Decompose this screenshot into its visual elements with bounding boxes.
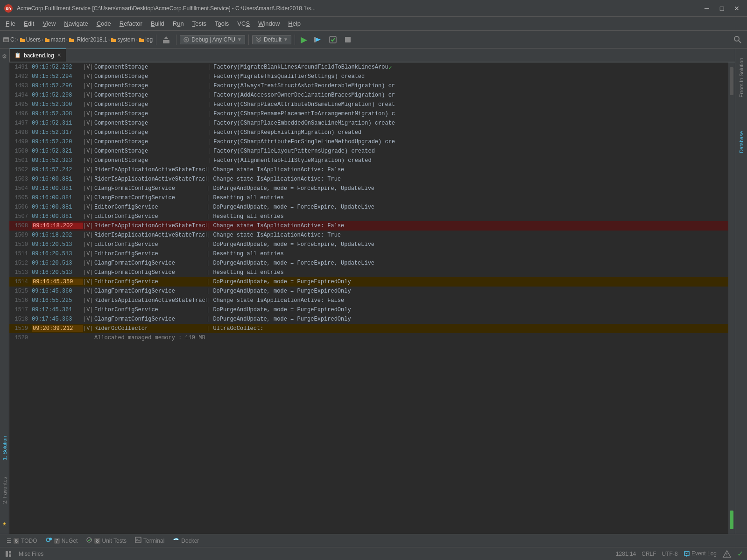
line-number: 1514 (9, 279, 32, 285)
log-timestamp: 09:16:20.513 (32, 241, 83, 248)
line-number: 1519 (9, 325, 32, 332)
log-checkmark: ✓ (388, 63, 392, 71)
breadcrumb-users[interactable]: Users (26, 36, 41, 43)
sidebar-item-database[interactable]: Database (737, 128, 746, 156)
cursor-position[interactable]: 1281:14 (616, 551, 636, 557)
log-pipe: | (208, 111, 211, 117)
log-timestamp: 09:15:52.321 (32, 148, 83, 154)
table-row: 149609:15:52.308|V|ComponentStorage|Fact… (9, 109, 735, 119)
debug-dropdown-icon: ▼ (237, 37, 242, 42)
log-message: Factory(CSharpKeepExistingMigration) cre… (213, 129, 361, 136)
menu-tests[interactable]: Tests (189, 18, 210, 29)
tab-nuget[interactable]: 7 NuGet (42, 536, 82, 546)
breadcrumb-rider[interactable]: .Rider2018.1 (75, 36, 107, 43)
menu-build[interactable]: Build (147, 18, 168, 29)
line-ending[interactable]: CRLF (641, 551, 656, 557)
tab-unit-tests[interactable]: 8 Unit Tests (82, 536, 130, 546)
sidebar-item-errors[interactable]: Errors In Solution (737, 55, 746, 100)
log-content[interactable]: 149109:15:52.292|V|ComponentStorage|Fact… (9, 63, 735, 534)
log-source: RiderIsApplicationActiveStateTracker (94, 223, 206, 229)
menu-navigate[interactable]: Navigate (60, 18, 92, 29)
right-panel: Errors In Solution Database (735, 49, 747, 534)
log-level: |V| (83, 251, 94, 257)
solution-settings-button[interactable]: ⚙ (1, 52, 8, 61)
misc-files-status[interactable]: Misc Files (19, 551, 43, 557)
favorites-star-icon[interactable]: ★ (2, 517, 6, 530)
status-right: 1281:14 CRLF UTF-8 Event Log ✓ (616, 549, 743, 559)
log-message: Factory(AlwaysTreatStructAsNotReorderabl… (213, 83, 395, 89)
event-log[interactable]: Event Log (684, 550, 717, 557)
stop-button[interactable] (341, 34, 354, 45)
log-message: Factory(CSharpFileLayoutPatternsUpgrade)… (213, 148, 375, 154)
table-row: 150809:16:18.202|V|RiderIsApplicationAct… (9, 221, 735, 231)
menu-help[interactable]: Help (284, 18, 304, 29)
menu-code[interactable]: Code (93, 18, 115, 29)
svg-rect-23 (9, 551, 11, 553)
menu-vcs[interactable]: VCS (233, 18, 254, 29)
log-source: ComponentStorage (94, 120, 206, 126)
maximize-button[interactable]: □ (715, 2, 728, 15)
breadcrumb-sep5: › (136, 37, 138, 42)
log-source: ComponentStorage (94, 92, 206, 98)
line-number: 1501 (9, 157, 32, 164)
tab-close-button[interactable]: ✕ (57, 52, 61, 58)
debug-run-icon (314, 35, 322, 44)
svg-rect-20 (177, 539, 178, 540)
log-timestamp: 09:16:45.359 (32, 279, 83, 285)
log-level: |V| (83, 223, 94, 229)
log-level: |V| (83, 167, 94, 173)
todo-num: 6 (14, 538, 19, 544)
tab-todo[interactable]: ☰ 6 TODO (3, 537, 41, 545)
debug-config-selector[interactable]: Debug | Any CPU ▼ (180, 35, 245, 44)
tab-docker[interactable]: Docker (169, 536, 203, 546)
breadcrumb-maart[interactable]: maart (51, 36, 65, 43)
tab-terminal[interactable]: Terminal (131, 536, 168, 546)
log-level: |V| (83, 232, 94, 238)
log-message: | Change state IsApplicationActive: True (206, 176, 341, 182)
close-button[interactable]: ✕ (730, 2, 743, 15)
log-level: |V| (83, 129, 94, 136)
log-message: | DoPurgeAndUpdate, mode = PurgeExpiredO… (206, 307, 351, 313)
breadcrumb-log[interactable]: log (145, 36, 153, 43)
breadcrumb-c[interactable]: C: (10, 36, 16, 43)
event-log-label: Event Log (691, 550, 717, 557)
log-level: |V| (83, 307, 94, 313)
table-row: 149709:15:52.311|V|ComponentStorage|Fact… (9, 119, 735, 128)
layout-button[interactable] (4, 549, 13, 559)
breadcrumb-system[interactable]: system (117, 36, 135, 43)
svg-rect-10 (345, 37, 351, 42)
log-source: RiderIsApplicationActiveStateTracker (94, 176, 206, 182)
menu-tools[interactable]: Tools (211, 18, 233, 29)
search-button[interactable] (731, 34, 744, 45)
scrollbar-track[interactable] (728, 63, 735, 534)
log-timestamp: 09:17:45.363 (32, 316, 83, 322)
log-timestamp: 09:15:52.320 (32, 139, 83, 145)
tab-backend-log[interactable]: 📋 backend.log ✕ (9, 49, 66, 62)
line-number: 1510 (9, 241, 32, 248)
log-source: ClangFormatConfigService (94, 288, 206, 294)
menu-refactor[interactable]: Refactor (116, 18, 146, 29)
scrollbar-thumb[interactable] (730, 67, 733, 95)
minimize-button[interactable]: ─ (700, 2, 713, 15)
log-level: |V| (83, 325, 94, 332)
log-message: Factory(CSharpPlaceEmbeddedOnSameLineMig… (213, 120, 395, 126)
encoding[interactable]: UTF-8 (662, 551, 678, 557)
sidebar-item-favorites[interactable]: 2: Favorites (0, 473, 9, 507)
line-number: 1518 (9, 316, 32, 322)
menu-view[interactable]: View (39, 18, 59, 29)
log-source: ComponentStorage (94, 111, 206, 117)
log-source: Allocated managed memory : 119 MB (94, 335, 206, 341)
menu-window[interactable]: Window (254, 18, 283, 29)
sidebar-item-solution[interactable]: 1: Solution (0, 432, 9, 464)
log-timestamp: 09:15:52.308 (32, 111, 83, 117)
log-message: Factory(CSharpAttributeForSingleLineMeth… (213, 139, 395, 145)
coverage-button[interactable] (326, 34, 339, 45)
run-button[interactable]: ▶ (298, 33, 310, 46)
build-button[interactable] (160, 34, 173, 45)
line-number: 1517 (9, 307, 32, 313)
profile-selector[interactable]: Default ▼ (252, 35, 291, 44)
menu-run[interactable]: Run (169, 18, 188, 29)
menu-file[interactable]: File (2, 18, 19, 29)
menu-edit[interactable]: Edit (20, 18, 38, 29)
debug-button[interactable] (311, 34, 324, 45)
